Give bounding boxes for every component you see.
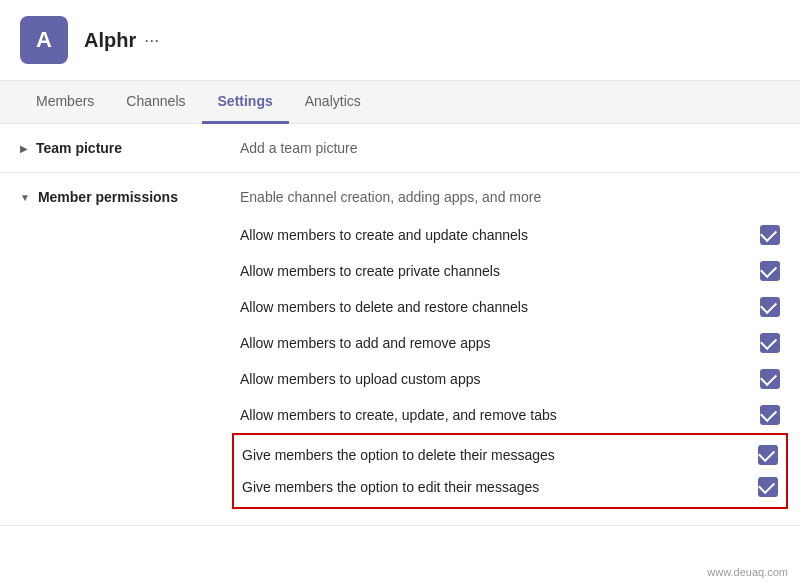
team-picture-content: Add a team picture: [240, 140, 780, 156]
team-picture-section: ▶ Team picture Add a team picture: [0, 124, 800, 173]
permission-create-update-remove-tabs: Allow members to create, update, and rem…: [240, 397, 780, 433]
team-picture-description: Add a team picture: [240, 140, 358, 156]
permission-create-update-channels: Allow members to create and update chann…: [240, 217, 780, 253]
team-picture-chevron[interactable]: ▶: [20, 143, 28, 154]
tab-analytics[interactable]: Analytics: [289, 81, 377, 124]
member-permissions-title: Member permissions: [38, 189, 178, 205]
permission-label-upload-custom-apps: Allow members to upload custom apps: [240, 371, 744, 387]
member-permissions-heading: ▼ Member permissions: [20, 189, 240, 205]
nav-tabs: Members Channels Settings Analytics: [0, 81, 800, 124]
member-permissions-chevron[interactable]: ▼: [20, 192, 30, 203]
avatar-letter: A: [36, 27, 52, 53]
checkbox-add-remove-apps[interactable]: [760, 333, 780, 353]
tab-channels[interactable]: Channels: [110, 81, 201, 124]
permission-upload-custom-apps: Allow members to upload custom apps: [240, 361, 780, 397]
permission-add-remove-apps: Allow members to add and remove apps: [240, 325, 780, 361]
member-permissions-header: ▼ Member permissions: [20, 189, 240, 205]
member-permissions-section: ▼ Member permissions Enable channel crea…: [0, 173, 800, 526]
watermark: www.deuaq.com: [707, 566, 788, 578]
checkbox-upload-custom-apps[interactable]: [760, 369, 780, 389]
permission-label-create-update-channels: Allow members to create and update chann…: [240, 227, 744, 243]
checkbox-edit-messages[interactable]: [758, 477, 778, 497]
checkbox-delete-messages[interactable]: [758, 445, 778, 465]
checkbox-create-update-channels[interactable]: [760, 225, 780, 245]
permission-label-delete-messages: Give members the option to delete their …: [242, 447, 742, 463]
permission-delete-messages: Give members the option to delete their …: [242, 439, 778, 471]
tab-settings[interactable]: Settings: [202, 81, 289, 124]
permission-label-add-remove-apps: Allow members to add and remove apps: [240, 335, 744, 351]
team-picture-header: ▶ Team picture: [20, 140, 240, 156]
permission-label-create-private-channels: Allow members to create private channels: [240, 263, 744, 279]
permissions-description: Enable channel creation, adding apps, an…: [240, 189, 780, 205]
checkbox-create-private-channels[interactable]: [760, 261, 780, 281]
team-picture-title: Team picture: [36, 140, 122, 156]
app-header: A Alphr ···: [0, 0, 800, 81]
tab-members[interactable]: Members: [20, 81, 110, 124]
permission-label-edit-messages: Give members the option to edit their me…: [242, 479, 742, 495]
permission-edit-messages: Give members the option to edit their me…: [242, 471, 778, 503]
settings-content: ▶ Team picture Add a team picture ▼ Memb…: [0, 124, 800, 526]
permission-label-create-update-remove-tabs: Allow members to create, update, and rem…: [240, 407, 744, 423]
team-more-options[interactable]: ···: [144, 30, 159, 51]
team-name: Alphr: [84, 29, 136, 52]
checkbox-create-update-remove-tabs[interactable]: [760, 405, 780, 425]
permissions-list: Enable channel creation, adding apps, an…: [240, 189, 780, 509]
checkbox-delete-restore-channels[interactable]: [760, 297, 780, 317]
permission-delete-restore-channels: Allow members to delete and restore chan…: [240, 289, 780, 325]
permission-label-delete-restore-channels: Allow members to delete and restore chan…: [240, 299, 744, 315]
team-avatar: A: [20, 16, 68, 64]
permission-create-private-channels: Allow members to create private channels: [240, 253, 780, 289]
highlighted-permissions-group: Give members the option to delete their …: [232, 433, 788, 509]
